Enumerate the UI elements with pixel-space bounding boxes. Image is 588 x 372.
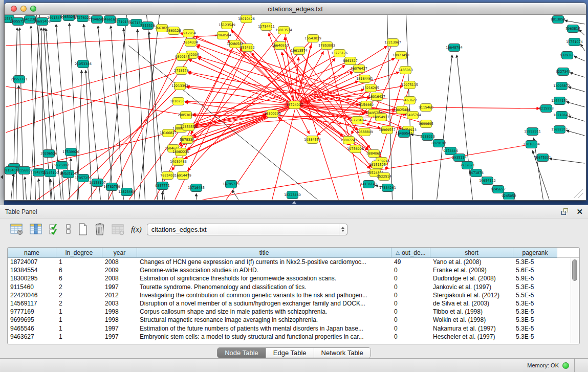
close-window-icon[interactable] (11, 6, 17, 12)
graph-edge[interactable] (550, 159, 585, 163)
attribute-table[interactable]: namein_degreeyeartitle△out_de...shortpag… (7, 247, 580, 344)
graph-edge[interactable] (39, 179, 40, 200)
graph-edge[interactable] (569, 116, 585, 121)
graph-node[interactable]: 9860128 (166, 27, 181, 35)
graph-node[interactable]: 9699695 (419, 120, 433, 128)
table-chooser-combobox[interactable]: citations_edges.txt (147, 224, 347, 235)
graph-node[interactable]: 18107553 (170, 98, 187, 105)
function-builder-button[interactable]: f(x) (131, 225, 142, 234)
graph-edge[interactable] (191, 48, 248, 134)
table-cell[interactable]: Franke et al. (2009) (430, 266, 513, 274)
table-cell[interactable]: 5.5E-5 (513, 291, 557, 299)
network-window[interactable]: citations_edges.txt 12053741240557241641… (4, 3, 586, 201)
table-cell[interactable]: 5.3E-5 (513, 283, 557, 291)
graph-node[interactable]: 8215958 (539, 105, 553, 113)
table-cell[interactable]: Tourette syndrome. Phenomenology and cla… (137, 283, 391, 291)
table-cell[interactable]: 9463627 (8, 333, 56, 341)
combobox-stepper-icon[interactable] (339, 224, 347, 235)
table-cell[interactable]: Tibbo et al. (1998) (430, 308, 513, 316)
graph-edge[interactable] (108, 15, 127, 200)
show-columns-button[interactable] (30, 223, 43, 235)
table-cell[interactable]: 49 (391, 258, 430, 266)
table-cell[interactable]: Estimation of the future numbers of pati… (137, 324, 391, 333)
graph-node[interactable]: 18223469 (284, 191, 301, 199)
table-cell[interactable]: 6 (56, 274, 102, 282)
select-all-columns-button[interactable] (49, 223, 59, 235)
graph-edge[interactable] (25, 177, 27, 200)
table-settings-button[interactable] (10, 223, 24, 235)
graph-node[interactable]: 9227343 (556, 68, 570, 76)
table-row[interactable]: 911546021997Tourette syndrome. Phenomeno… (8, 283, 579, 291)
collapse-arrow-icon[interactable] (1, 175, 3, 179)
column-header-out-de-[interactable]: △out_de... (391, 248, 430, 258)
close-panel-icon[interactable]: ✕ (576, 208, 583, 215)
table-cell[interactable]: 2 (56, 299, 102, 308)
graph-node[interactable]: 10973493 (393, 52, 409, 59)
table-row[interactable]: 1872400712008Changes of HCN gene express… (8, 258, 579, 266)
graph-node[interactable]: 8813054 (551, 16, 565, 24)
graph-node[interactable]: 16782759 (103, 183, 120, 191)
graph-edge[interactable] (581, 44, 585, 51)
graph-node[interactable]: 5878334 (180, 136, 194, 144)
scrollbar-thumb[interactable] (572, 259, 577, 281)
table-cell[interactable]: 0 (391, 283, 430, 291)
graph-node[interactable]: 1654334 (183, 39, 198, 47)
new-table-button[interactable] (78, 223, 88, 236)
tab-node-table[interactable]: Node Table (217, 348, 266, 358)
table-cell[interactable]: 5.3E-5 (513, 299, 557, 308)
graph-node[interactable]: 9245652 (491, 186, 505, 193)
network-canvas[interactable]: 1205374124055724164123012069140616913457… (5, 15, 586, 200)
graph-node[interactable]: 9884067 (366, 150, 381, 158)
graph-edge[interactable] (570, 73, 585, 77)
delete-table-button[interactable] (94, 223, 105, 236)
graph-node[interactable]: 16648784 (446, 44, 463, 52)
stacked-squares-button[interactable] (66, 223, 72, 235)
table-row[interactable]: 1456911722003Disruption of a novel membe… (8, 299, 579, 308)
table-cell[interactable]: 14569117 (8, 299, 56, 308)
table-row[interactable]: 969969511998Structural magnetic resonanc… (8, 316, 579, 324)
graph-node[interactable]: 14136141 (360, 181, 377, 188)
table-cell[interactable]: Estimation of significance thresholds fo… (137, 274, 391, 282)
table-cell[interactable]: 0 (391, 266, 430, 274)
graph-node[interactable]: 16914479 (175, 172, 191, 180)
graph-node[interactable]: 10969557 (379, 126, 396, 134)
graph-node[interactable]: 17853083 (318, 42, 335, 50)
graph-node[interactable]: 12444151 (551, 97, 568, 105)
split-pane-grip[interactable] (291, 201, 298, 205)
table-cell[interactable]: 0 (391, 274, 430, 282)
table-cell[interactable]: 1997 (102, 283, 137, 291)
table-cell[interactable]: Wolkin et al. (1998) (430, 316, 513, 324)
graph-node[interactable]: 8514322 (240, 44, 254, 52)
graph-node[interactable]: 15751074 (566, 38, 583, 46)
graph-node[interactable]: 9154469 (359, 101, 373, 109)
minimize-window-icon[interactable] (20, 6, 27, 12)
graph-node[interactable]: 2718176 (174, 67, 188, 75)
graph-edge[interactable] (567, 102, 585, 107)
table-cell[interactable]: 0 (391, 316, 430, 324)
graph-edge[interactable] (138, 29, 145, 200)
graph-node[interactable]: 7515526 (140, 22, 155, 30)
table-cell[interactable]: 5.3E-5 (513, 308, 557, 316)
graph-node[interactable]: 12093872 (553, 82, 570, 90)
graph-node[interactable]: 8471876 (469, 169, 483, 177)
table-cell[interactable]: 5.9E-5 (513, 274, 557, 282)
column-header-year[interactable]: year (102, 248, 137, 258)
table-cell[interactable]: 1998 (102, 308, 137, 316)
table-cell[interactable]: 0 (391, 308, 430, 316)
table-cell[interactable]: 1 (56, 316, 102, 324)
graph-node[interactable]: 15543029 (304, 35, 321, 42)
graph-edge[interactable] (295, 105, 368, 150)
graph-edge[interactable] (567, 130, 585, 136)
table-cell[interactable]: 1 (56, 258, 102, 266)
graph-node[interactable]: 19813574 (275, 27, 292, 34)
graph-node[interactable]: 22060584 (214, 32, 231, 39)
table-cell[interactable]: 1997 (102, 324, 137, 333)
graph-edge[interactable] (569, 87, 585, 92)
table-cell[interactable]: 5.3E-5 (513, 316, 557, 324)
table-cell[interactable]: Investigating the contribution of common… (137, 291, 391, 299)
table-cell[interactable]: 0 (391, 333, 430, 341)
graph-node[interactable]: 17016504 (523, 141, 540, 148)
network-graph[interactable]: 1205374124055724164123012069140616913457… (5, 15, 586, 200)
table-cell[interactable]: 2008 (102, 258, 137, 266)
graph-edge[interactable] (457, 55, 473, 200)
